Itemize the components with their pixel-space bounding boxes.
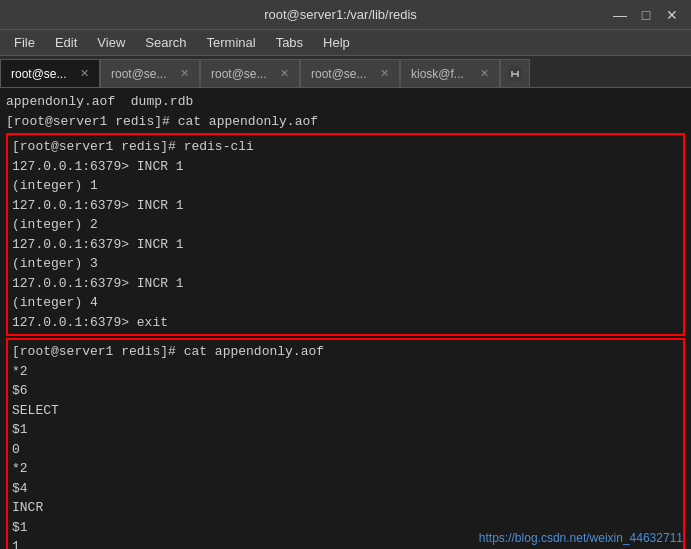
menu-terminal[interactable]: Terminal	[199, 33, 264, 52]
title-bar: root@server1:/var/lib/redis — □ ✕	[0, 0, 691, 30]
close-button[interactable]: ✕	[663, 7, 681, 23]
tab-0[interactable]: root@se... ✕	[0, 59, 100, 87]
menu-edit[interactable]: Edit	[47, 33, 85, 52]
menu-tabs[interactable]: Tabs	[268, 33, 311, 52]
minimize-button[interactable]: —	[611, 7, 629, 23]
menu-search[interactable]: Search	[137, 33, 194, 52]
tab-0-close[interactable]: ✕	[80, 67, 89, 80]
rb2-line-8: INCR	[12, 498, 679, 518]
tab-0-label: root@se...	[11, 67, 74, 81]
rb1-line-7: 127.0.0.1:6379> INCR 1	[12, 274, 679, 294]
rb2-line-4: $1	[12, 420, 679, 440]
tab-3-label: root@se...	[311, 67, 374, 81]
menu-file[interactable]: File	[6, 33, 43, 52]
title-bar-title: root@server1:/var/lib/redis	[70, 7, 611, 22]
tab-4-label: kiosk@f...	[411, 67, 474, 81]
tab-1-label: root@se...	[111, 67, 174, 81]
rb1-line-8: (integer) 4	[12, 293, 679, 313]
tab-4[interactable]: kiosk@f... ✕	[400, 59, 500, 87]
tab-1-close[interactable]: ✕	[180, 67, 189, 80]
menu-help[interactable]: Help	[315, 33, 358, 52]
tab-1[interactable]: root@se... ✕	[100, 59, 200, 87]
red-box-1: [root@server1 redis]# redis-cli 127.0.0.…	[6, 133, 685, 336]
tab-2-label: root@se...	[211, 67, 274, 81]
terminal[interactable]: appendonly.aof dump.rdb [root@server1 re…	[0, 88, 691, 549]
red-box-2: [root@server1 redis]# cat appendonly.aof…	[6, 338, 685, 549]
rb1-line-3: 127.0.0.1:6379> INCR 1	[12, 196, 679, 216]
rb1-line-5: 127.0.0.1:6379> INCR 1	[12, 235, 679, 255]
rb1-line-9: 127.0.0.1:6379> exit	[12, 313, 679, 333]
new-tab-button[interactable]	[500, 59, 530, 87]
url-bar: https://blog.csdn.net/weixin_44632711	[479, 531, 683, 545]
tab-3-close[interactable]: ✕	[380, 67, 389, 80]
maximize-button[interactable]: □	[637, 7, 655, 23]
tab-bar: root@se... ✕ root@se... ✕ root@se... ✕ r…	[0, 56, 691, 88]
menu-view[interactable]: View	[89, 33, 133, 52]
tab-2-close[interactable]: ✕	[280, 67, 289, 80]
rb2-line-0: [root@server1 redis]# cat appendonly.aof	[12, 342, 679, 362]
menu-bar: File Edit View Search Terminal Tabs Help	[0, 30, 691, 56]
tab-2[interactable]: root@se... ✕	[200, 59, 300, 87]
line-before-0: appendonly.aof dump.rdb	[6, 92, 685, 112]
rb1-line-6: (integer) 3	[12, 254, 679, 274]
title-bar-controls: — □ ✕	[611, 7, 681, 23]
rb2-line-6: *2	[12, 459, 679, 479]
tab-3[interactable]: root@se... ✕	[300, 59, 400, 87]
line-before-1: [root@server1 redis]# cat appendonly.aof	[6, 112, 685, 132]
rb1-line-2: (integer) 1	[12, 176, 679, 196]
rb2-line-1: *2	[12, 362, 679, 382]
rb1-line-0: [root@server1 redis]# redis-cli	[12, 137, 679, 157]
rb2-line-7: $4	[12, 479, 679, 499]
rb1-line-4: (integer) 2	[12, 215, 679, 235]
rb1-line-1: 127.0.0.1:6379> INCR 1	[12, 157, 679, 177]
rb2-line-2: $6	[12, 381, 679, 401]
rb2-line-3: SELECT	[12, 401, 679, 421]
rb2-line-5: 0	[12, 440, 679, 460]
tab-4-close[interactable]: ✕	[480, 67, 489, 80]
